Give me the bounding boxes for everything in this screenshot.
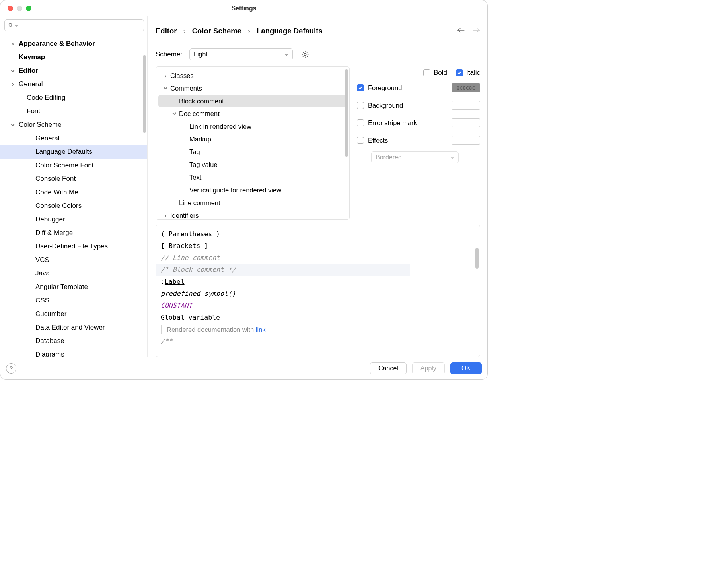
sidebar-item-general[interactable]: ›General (0, 78, 147, 91)
checkbox-icon (357, 102, 364, 109)
color-scheme-preview[interactable]: ( Parentheses ) [ Brackets ] // Line com… (156, 225, 480, 357)
effects-color-swatch[interactable] (452, 136, 480, 145)
sidebar-item-color-scheme[interactable]: Color Scheme (0, 118, 147, 132)
sidebar-item-general-cs[interactable]: General (0, 132, 147, 145)
window-traffic-lights (8, 6, 31, 11)
scheme-dropdown[interactable]: Light (189, 48, 293, 60)
background-checkbox[interactable]: Background (357, 102, 403, 109)
svg-line-1 (12, 26, 13, 27)
history-back-button[interactable] (457, 27, 465, 35)
sidebar-item-vcs[interactable]: VCS (0, 253, 147, 267)
scheme-label: Scheme: (156, 50, 182, 58)
preview-line-brackets: [ Brackets ] (161, 240, 405, 252)
dialog-footer: ? Cancel Apply OK (0, 357, 487, 379)
sidebar-item-appearance-and-behavior[interactable]: ›Appearance & Behavior (0, 37, 147, 50)
checkbox-checked-icon (357, 84, 364, 91)
settings-search-input[interactable] (4, 19, 144, 31)
sidebar-item-css[interactable]: CSS (0, 294, 147, 307)
bold-checkbox[interactable]: Bold (423, 69, 447, 77)
sidebar-item-editor[interactable]: Editor (0, 64, 147, 78)
sidebar-item-font[interactable]: Font (0, 105, 147, 118)
preview-line-label: :Label (161, 276, 405, 288)
tree-item-vertical-guide[interactable]: Vertical guide for rendered view (156, 184, 349, 196)
breadcrumb-color-scheme[interactable]: Color Scheme (192, 27, 241, 35)
italic-checkbox[interactable]: Italic (456, 69, 480, 77)
scheme-actions-gear-button[interactable] (300, 49, 310, 60)
chevron-down-icon (9, 123, 16, 127)
preview-line-line-comment: // Line comment (161, 252, 405, 264)
checkbox-icon (357, 119, 364, 126)
tree-item-block-comment[interactable]: Block comment (158, 95, 347, 107)
close-window-button[interactable] (8, 6, 13, 11)
ok-button[interactable]: OK (450, 362, 482, 374)
breadcrumb: Editor › Color Scheme › Language Default… (156, 27, 323, 35)
sidebar-item-java[interactable]: Java (0, 267, 147, 280)
sidebar-item-diagrams[interactable]: Diagrams (0, 348, 147, 357)
tree-item-tag-value[interactable]: Tag value (156, 158, 349, 171)
tree-item-identifiers[interactable]: ›Identifiers (156, 209, 349, 220)
search-icon (8, 23, 14, 28)
titlebar: Settings (0, 0, 487, 16)
checkbox-checked-icon (456, 69, 463, 76)
preview-line-block-comment: /* Block comment */ (156, 264, 410, 276)
tree-item-tag[interactable]: Tag (156, 145, 349, 158)
checkbox-icon (357, 137, 364, 144)
sidebar-item-code-editing[interactable]: Code Editing (0, 91, 147, 105)
tree-item-text[interactable]: Text (156, 171, 349, 184)
effects-checkbox[interactable]: Effects (357, 137, 388, 144)
breadcrumb-editor[interactable]: Editor (156, 27, 177, 35)
help-button[interactable]: ? (6, 363, 16, 374)
sidebar-item-data-editor-and-viewer[interactable]: Data Editor and Viewer (0, 321, 147, 334)
sidebar: ›Appearance & Behavior Keymap Editor ›Ge… (0, 16, 148, 357)
sidebar-item-debugger[interactable]: Debugger (0, 213, 147, 226)
maximize-window-button[interactable] (26, 6, 31, 11)
sidebar-item-keymap[interactable]: Keymap (0, 50, 147, 64)
sidebar-item-angular-template[interactable]: Angular Template (0, 280, 147, 294)
cancel-button[interactable]: Cancel (370, 362, 407, 374)
chevron-down-icon (450, 154, 454, 161)
preview-line-constant: CONSTANT (161, 300, 405, 312)
tree-item-doc-comment[interactable]: Doc comment (156, 107, 349, 120)
chevron-down-icon (9, 69, 16, 73)
preview-line-global-variable: Global variable (161, 312, 405, 324)
error-stripe-checkbox[interactable]: Error stripe mark (357, 119, 417, 127)
preview-scrollbar-thumb[interactable] (475, 248, 479, 269)
tree-item-markup[interactable]: Markup (156, 133, 349, 145)
sidebar-item-language-defaults[interactable]: Language Defaults (0, 145, 147, 159)
error-stripe-color-swatch[interactable] (452, 118, 480, 127)
tree-item-link-in-rendered-view[interactable]: Link in rendered view (156, 120, 349, 133)
sidebar-item-console-font[interactable]: Console Font (0, 172, 147, 186)
sidebar-item-database[interactable]: Database (0, 334, 147, 348)
attribute-editor: Bold Italic Foreground (357, 66, 480, 220)
breadcrumb-sep: › (248, 27, 250, 35)
svg-point-2 (304, 53, 306, 55)
checkbox-icon (423, 69, 430, 76)
sidebar-item-diff-merge[interactable]: Diff & Merge (0, 226, 147, 240)
chevron-down-icon (14, 23, 18, 27)
chevron-down-icon (162, 86, 169, 90)
window-title: Settings (231, 5, 256, 12)
tree-scrollbar-thumb[interactable] (345, 69, 348, 157)
settings-tree[interactable]: ›Appearance & Behavior Keymap Editor ›Ge… (0, 35, 147, 357)
chevron-right-icon: › (9, 80, 16, 88)
attributes-tree[interactable]: ›Classes Comments Block comment Doc comm… (156, 66, 350, 220)
minimize-window-button[interactable] (17, 6, 22, 11)
apply-button[interactable]: Apply (412, 362, 445, 374)
tree-item-classes[interactable]: ›Classes (156, 69, 349, 82)
chevron-right-icon: › (162, 212, 169, 219)
history-forward-button[interactable] (472, 27, 480, 35)
background-color-swatch[interactable] (452, 101, 480, 110)
foreground-color-swatch[interactable]: 8C8C8C (452, 83, 480, 92)
tree-item-line-comment[interactable]: Line comment (156, 196, 349, 209)
sidebar-item-console-colors[interactable]: Console Colors (0, 199, 147, 213)
effects-type-dropdown[interactable]: Bordered (371, 151, 459, 163)
sidebar-item-color-scheme-font[interactable]: Color Scheme Font (0, 159, 147, 172)
sidebar-scrollbar-thumb[interactable] (143, 55, 146, 133)
svg-point-0 (9, 23, 12, 26)
foreground-checkbox[interactable]: Foreground (357, 84, 402, 92)
tree-item-comments[interactable]: Comments (156, 82, 349, 95)
sidebar-item-user-defined-file-types[interactable]: User-Defined File Types (0, 240, 147, 253)
sidebar-item-code-with-me[interactable]: Code With Me (0, 186, 147, 199)
sidebar-item-cucumber[interactable]: Cucumber (0, 307, 147, 321)
preview-line-rendered-doc: Rendered documentation with link (161, 324, 405, 335)
